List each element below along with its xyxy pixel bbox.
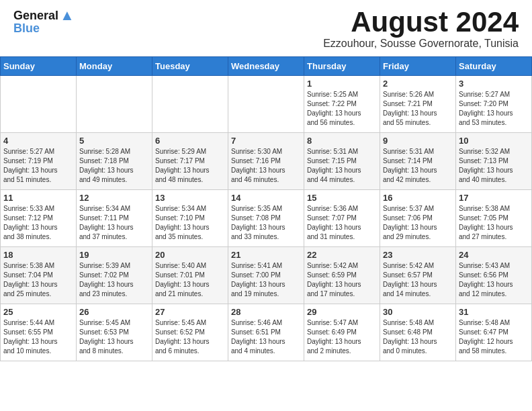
weekday-header: Tuesday <box>152 57 228 76</box>
day-info: Sunrise: 5:41 AM Sunset: 7:00 PM Dayligh… <box>231 261 301 299</box>
day-number: 29 <box>307 307 377 317</box>
logo: General ▲ Blue <box>13 7 75 36</box>
calendar-cell: 26Sunrise: 5:45 AM Sunset: 6:53 PM Dayli… <box>77 304 152 361</box>
day-info: Sunrise: 5:31 AM Sunset: 7:15 PM Dayligh… <box>307 147 377 185</box>
calendar-week-row: 4Sunrise: 5:27 AM Sunset: 7:19 PM Daylig… <box>1 133 532 190</box>
day-info: Sunrise: 5:25 AM Sunset: 7:22 PM Dayligh… <box>307 90 377 128</box>
day-number: 10 <box>459 136 529 146</box>
calendar-cell: 25Sunrise: 5:44 AM Sunset: 6:55 PM Dayli… <box>1 304 77 361</box>
logo-blue-text: Blue <box>13 21 40 36</box>
day-number: 30 <box>383 307 453 317</box>
day-number: 31 <box>459 307 529 317</box>
calendar-cell: 18Sunrise: 5:38 AM Sunset: 7:04 PM Dayli… <box>1 247 77 304</box>
day-info: Sunrise: 5:37 AM Sunset: 7:06 PM Dayligh… <box>383 204 453 242</box>
calendar-cell: 14Sunrise: 5:35 AM Sunset: 7:08 PM Dayli… <box>228 190 304 247</box>
day-info: Sunrise: 5:45 AM Sunset: 6:52 PM Dayligh… <box>155 318 225 356</box>
day-info: Sunrise: 5:27 AM Sunset: 7:19 PM Dayligh… <box>3 147 73 185</box>
calendar-cell: 1Sunrise: 5:25 AM Sunset: 7:22 PM Daylig… <box>304 76 380 133</box>
day-info: Sunrise: 5:26 AM Sunset: 7:21 PM Dayligh… <box>383 90 453 128</box>
calendar-week-row: 25Sunrise: 5:44 AM Sunset: 6:55 PM Dayli… <box>1 304 532 361</box>
day-number: 1 <box>307 79 377 89</box>
weekday-header: Saturday <box>456 57 532 76</box>
weekday-header: Wednesday <box>228 57 304 76</box>
day-info: Sunrise: 5:33 AM Sunset: 7:12 PM Dayligh… <box>3 204 73 242</box>
calendar-table: SundayMondayTuesdayWednesdayThursdayFrid… <box>0 56 532 361</box>
day-info: Sunrise: 5:34 AM Sunset: 7:11 PM Dayligh… <box>79 204 149 242</box>
calendar-cell: 3Sunrise: 5:27 AM Sunset: 7:20 PM Daylig… <box>456 76 532 133</box>
month-title: August 2024 <box>323 7 519 38</box>
calendar-cell: 30Sunrise: 5:48 AM Sunset: 6:48 PM Dayli… <box>380 304 456 361</box>
calendar-cell: 21Sunrise: 5:41 AM Sunset: 7:00 PM Dayli… <box>228 247 304 304</box>
calendar-cell: 13Sunrise: 5:34 AM Sunset: 7:10 PM Dayli… <box>152 190 228 247</box>
calendar-cell: 6Sunrise: 5:29 AM Sunset: 7:17 PM Daylig… <box>152 133 228 190</box>
calendar-cell: 10Sunrise: 5:32 AM Sunset: 7:13 PM Dayli… <box>456 133 532 190</box>
calendar-cell: 17Sunrise: 5:38 AM Sunset: 7:05 PM Dayli… <box>456 190 532 247</box>
day-number: 16 <box>383 193 453 203</box>
day-info: Sunrise: 5:48 AM Sunset: 6:48 PM Dayligh… <box>383 318 453 356</box>
page-header: General ▲ Blue August 2024 Ezzouhour, So… <box>0 0 532 53</box>
day-info: Sunrise: 5:31 AM Sunset: 7:14 PM Dayligh… <box>383 147 453 185</box>
day-number: 17 <box>459 193 529 203</box>
day-number: 9 <box>383 136 453 146</box>
day-info: Sunrise: 5:42 AM Sunset: 6:57 PM Dayligh… <box>383 261 453 299</box>
day-info: Sunrise: 5:34 AM Sunset: 7:10 PM Dayligh… <box>155 204 225 242</box>
calendar-cell: 24Sunrise: 5:43 AM Sunset: 6:56 PM Dayli… <box>456 247 532 304</box>
day-info: Sunrise: 5:42 AM Sunset: 6:59 PM Dayligh… <box>307 261 377 299</box>
calendar-cell: 2Sunrise: 5:26 AM Sunset: 7:21 PM Daylig… <box>380 76 456 133</box>
day-number: 25 <box>3 307 73 317</box>
day-number: 22 <box>307 250 377 260</box>
weekday-header: Monday <box>77 57 152 76</box>
calendar-cell: 23Sunrise: 5:42 AM Sunset: 6:57 PM Dayli… <box>380 247 456 304</box>
day-number: 14 <box>231 193 301 203</box>
day-number: 26 <box>79 307 149 317</box>
day-info: Sunrise: 5:48 AM Sunset: 6:47 PM Dayligh… <box>459 318 529 356</box>
calendar-cell: 31Sunrise: 5:48 AM Sunset: 6:47 PM Dayli… <box>456 304 532 361</box>
day-number: 18 <box>3 250 73 260</box>
calendar-cell: 8Sunrise: 5:31 AM Sunset: 7:15 PM Daylig… <box>304 133 380 190</box>
day-number: 24 <box>459 250 529 260</box>
calendar-header-row: SundayMondayTuesdayWednesdayThursdayFrid… <box>1 57 532 76</box>
day-info: Sunrise: 5:38 AM Sunset: 7:04 PM Dayligh… <box>3 261 73 299</box>
day-info: Sunrise: 5:39 AM Sunset: 7:02 PM Dayligh… <box>79 261 149 299</box>
day-info: Sunrise: 5:43 AM Sunset: 6:56 PM Dayligh… <box>459 261 529 299</box>
calendar-cell: 7Sunrise: 5:30 AM Sunset: 7:16 PM Daylig… <box>228 133 304 190</box>
day-number: 2 <box>383 79 453 89</box>
day-number: 15 <box>307 193 377 203</box>
day-info: Sunrise: 5:38 AM Sunset: 7:05 PM Dayligh… <box>459 204 529 242</box>
calendar-week-row: 1Sunrise: 5:25 AM Sunset: 7:22 PM Daylig… <box>1 76 532 133</box>
day-info: Sunrise: 5:35 AM Sunset: 7:08 PM Dayligh… <box>231 204 301 242</box>
calendar-cell: 22Sunrise: 5:42 AM Sunset: 6:59 PM Dayli… <box>304 247 380 304</box>
calendar-cell: 11Sunrise: 5:33 AM Sunset: 7:12 PM Dayli… <box>1 190 77 247</box>
weekday-header: Sunday <box>1 57 77 76</box>
day-number: 3 <box>459 79 529 89</box>
calendar-cell: 19Sunrise: 5:39 AM Sunset: 7:02 PM Dayli… <box>77 247 152 304</box>
day-number: 13 <box>155 193 225 203</box>
calendar-cell: 27Sunrise: 5:45 AM Sunset: 6:52 PM Dayli… <box>152 304 228 361</box>
day-number: 20 <box>155 250 225 260</box>
day-info: Sunrise: 5:29 AM Sunset: 7:17 PM Dayligh… <box>155 147 225 185</box>
day-number: 11 <box>3 193 73 203</box>
calendar-cell: 12Sunrise: 5:34 AM Sunset: 7:11 PM Dayli… <box>77 190 152 247</box>
day-number: 4 <box>3 136 73 146</box>
calendar-cell: 28Sunrise: 5:46 AM Sunset: 6:51 PM Dayli… <box>228 304 304 361</box>
logo-text: General <box>13 9 58 23</box>
calendar-cell: 16Sunrise: 5:37 AM Sunset: 7:06 PM Dayli… <box>380 190 456 247</box>
day-number: 8 <box>307 136 377 146</box>
calendar-cell: 5Sunrise: 5:28 AM Sunset: 7:18 PM Daylig… <box>77 133 152 190</box>
calendar-cell: 20Sunrise: 5:40 AM Sunset: 7:01 PM Dayli… <box>152 247 228 304</box>
day-number: 6 <box>155 136 225 146</box>
day-info: Sunrise: 5:32 AM Sunset: 7:13 PM Dayligh… <box>459 147 529 185</box>
day-number: 12 <box>79 193 149 203</box>
calendar-cell <box>77 76 152 133</box>
day-info: Sunrise: 5:40 AM Sunset: 7:01 PM Dayligh… <box>155 261 225 299</box>
calendar-week-row: 18Sunrise: 5:38 AM Sunset: 7:04 PM Dayli… <box>1 247 532 304</box>
day-info: Sunrise: 5:46 AM Sunset: 6:51 PM Dayligh… <box>231 318 301 356</box>
title-block: August 2024 Ezzouhour, Sousse Governorat… <box>323 7 519 50</box>
day-info: Sunrise: 5:44 AM Sunset: 6:55 PM Dayligh… <box>3 318 73 356</box>
weekday-header: Friday <box>380 57 456 76</box>
calendar-cell <box>228 76 304 133</box>
weekday-header: Thursday <box>304 57 380 76</box>
day-number: 23 <box>383 250 453 260</box>
calendar-cell: 29Sunrise: 5:47 AM Sunset: 6:49 PM Dayli… <box>304 304 380 361</box>
logo-bird-icon: ▲ <box>60 7 75 24</box>
